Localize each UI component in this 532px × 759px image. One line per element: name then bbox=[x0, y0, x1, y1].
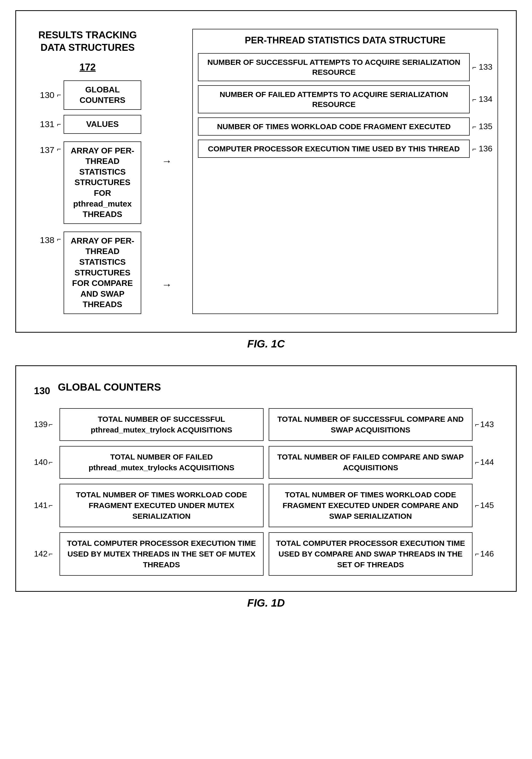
fig1d-item-144: TOTAL NUMBER OF FAILED COMPARE AND SWAP … bbox=[269, 446, 498, 479]
fig1c-right-item-1: NUMBER OF FAILED ATTEMPTS TO ACQUIRE SER… bbox=[198, 85, 492, 113]
fig1c-diagram: RESULTS TRACKING DATA STRUCTURES 172 130… bbox=[15, 10, 517, 333]
fig1c-left-title: RESULTS TRACKING DATA STRUCTURES bbox=[34, 29, 141, 54]
fig1d-item-139: 139 ⌐ TOTAL NUMBER OF SUCCESSFUL pthread… bbox=[34, 408, 264, 441]
fig1c-right-item-3: COMPUTER PROCESSOR EXECUTION TIME USED B… bbox=[198, 140, 492, 158]
fig1c-left-panel: RESULTS TRACKING DATA STRUCTURES 172 130… bbox=[34, 29, 141, 314]
arrow-137: → bbox=[162, 155, 172, 167]
fig1d-ref-145: ⌐ 145 bbox=[475, 484, 498, 527]
fig1d-ref-142: 142 ⌐ bbox=[34, 532, 57, 576]
fig1c-left-item-3: 138 ⌐ ARRAY OF PER-THREAD STATISTICS STR… bbox=[34, 231, 141, 314]
fig1d-title: GLOBAL COUNTERS bbox=[58, 381, 161, 393]
fig1d-box-143: TOTAL NUMBER OF SUCCESSFUL COMPARE AND S… bbox=[269, 408, 473, 441]
fig1d-ref-141: 141 ⌐ bbox=[34, 484, 57, 527]
fig1d-item-140: 140 ⌐ TOTAL NUMBER OF FAILED pthread_mut… bbox=[34, 446, 264, 479]
fig1d-label: FIG. 1D bbox=[15, 597, 517, 609]
fig1c-arrows: → → bbox=[157, 29, 177, 314]
fig1c-ref-133: ⌐ 133 bbox=[472, 62, 492, 72]
fig1d-box-141: TOTAL NUMBER OF TIMES WORKLOAD CODE FRAG… bbox=[60, 484, 264, 527]
fig1d-grid: 139 ⌐ TOTAL NUMBER OF SUCCESSFUL pthread… bbox=[34, 408, 498, 576]
fig1c-ref-131: 131 bbox=[34, 119, 55, 129]
fig1c-ref-134: ⌐ 134 bbox=[472, 95, 492, 104]
fig1c-right-item-0: NUMBER OF SUCCESSFUL ATTEMPTS TO ACQUIRE… bbox=[198, 53, 492, 81]
fig1c-outer-ref: 172 bbox=[34, 62, 141, 73]
fig1c-ref-137: 137 bbox=[34, 141, 55, 155]
fig1c-box-134: NUMBER OF FAILED ATTEMPTS TO ACQUIRE SER… bbox=[198, 85, 470, 113]
fig1d-ref-146: ⌐ 146 bbox=[475, 532, 498, 576]
fig1d-box-145: TOTAL NUMBER OF TIMES WORKLOAD CODE FRAG… bbox=[269, 484, 473, 527]
fig1c-ref-138: 138 bbox=[34, 231, 55, 245]
fig1d-diagram: 130 GLOBAL COUNTERS 139 ⌐ TOTAL NUMBER O… bbox=[15, 365, 517, 592]
fig1c-layout: RESULTS TRACKING DATA STRUCTURES 172 130… bbox=[24, 19, 508, 324]
fig1c-left-item-2: 137 ⌐ ARRAY OF PER-THREAD STATISTICS STR… bbox=[34, 141, 141, 224]
fig1d-ref-139: 139 ⌐ bbox=[34, 408, 57, 441]
fig1c-right-panel: PER-THREAD STATISTICS DATA STRUCTURE NUM… bbox=[192, 29, 498, 314]
fig1c-box-global-counters: GLOBAL COUNTERS bbox=[63, 80, 141, 110]
fig1c-ref-135: ⌐ 135 bbox=[472, 122, 492, 131]
fig1c-right-item-2: NUMBER OF TIMES WORKLOAD CODE FRAGMENT E… bbox=[198, 117, 492, 136]
fig1c-right-title: PER-THREAD STATISTICS DATA STRUCTURE bbox=[198, 34, 492, 47]
fig1d-title-row: 130 GLOBAL COUNTERS bbox=[34, 381, 498, 401]
fig1d-item-142: 142 ⌐ TOTAL COMPUTER PROCESSOR EXECUTION… bbox=[34, 532, 264, 576]
fig1c-ref-130: 130 bbox=[34, 90, 55, 100]
fig1d-layout: 130 GLOBAL COUNTERS 139 ⌐ TOTAL NUMBER O… bbox=[24, 374, 508, 583]
fig1c-box-135: NUMBER OF TIMES WORKLOAD CODE FRAGMENT E… bbox=[198, 117, 470, 136]
fig1d-container: 130 GLOBAL COUNTERS 139 ⌐ TOTAL NUMBER O… bbox=[15, 365, 517, 609]
fig1c-container: RESULTS TRACKING DATA STRUCTURES 172 130… bbox=[15, 10, 517, 350]
fig1c-box-138: ARRAY OF PER-THREAD STATISTICS STRUCTURE… bbox=[63, 231, 141, 314]
fig1d-ref-144: ⌐ 144 bbox=[475, 446, 498, 479]
fig1c-left-item-0: 130 ⌐ GLOBAL COUNTERS bbox=[34, 80, 141, 110]
arrow-138: → bbox=[162, 279, 172, 291]
fig1d-ref-143: ⌐ 143 bbox=[475, 408, 498, 441]
fig1d-ref-140: 140 ⌐ bbox=[34, 446, 57, 479]
fig1d-box-144: TOTAL NUMBER OF FAILED COMPARE AND SWAP … bbox=[269, 446, 473, 479]
fig1c-ref-136: ⌐ 136 bbox=[472, 144, 492, 153]
fig1d-box-139: TOTAL NUMBER OF SUCCESSFUL pthread_mutex… bbox=[60, 408, 264, 441]
fig1d-item-143: TOTAL NUMBER OF SUCCESSFUL COMPARE AND S… bbox=[269, 408, 498, 441]
fig1c-box-133: NUMBER OF SUCCESSFUL ATTEMPTS TO ACQUIRE… bbox=[198, 53, 470, 81]
fig1d-item-141: 141 ⌐ TOTAL NUMBER OF TIMES WORKLOAD COD… bbox=[34, 484, 264, 527]
fig1d-item-146: TOTAL COMPUTER PROCESSOR EXECUTION TIME … bbox=[269, 532, 498, 576]
fig1c-box-values: VALUES bbox=[63, 115, 141, 134]
fig1c-box-137: ARRAY OF PER-THREAD STATISTICS STRUCTURE… bbox=[63, 141, 141, 224]
fig1d-item-145: TOTAL NUMBER OF TIMES WORKLOAD CODE FRAG… bbox=[269, 484, 498, 527]
fig1c-left-item-1: 131 ⌐ VALUES bbox=[34, 115, 141, 134]
fig1d-box-142: TOTAL COMPUTER PROCESSOR EXECUTION TIME … bbox=[60, 532, 264, 576]
fig1c-label: FIG. 1C bbox=[15, 338, 517, 350]
fig1c-box-136: COMPUTER PROCESSOR EXECUTION TIME USED B… bbox=[198, 140, 470, 158]
fig1d-ref: 130 bbox=[34, 385, 50, 396]
fig1d-box-146: TOTAL COMPUTER PROCESSOR EXECUTION TIME … bbox=[269, 532, 473, 576]
fig1d-box-140: TOTAL NUMBER OF FAILED pthread_mutex_try… bbox=[60, 446, 264, 479]
